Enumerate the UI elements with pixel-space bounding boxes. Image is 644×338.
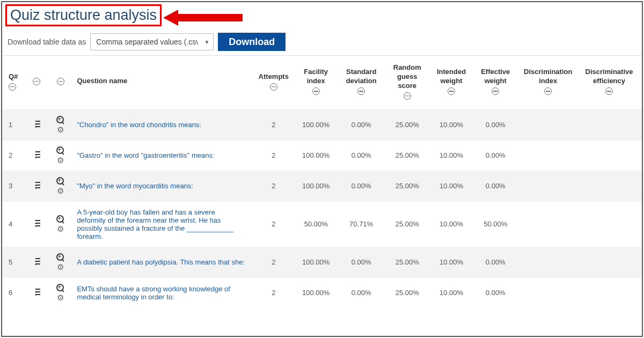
gear-icon[interactable]: ⚙	[57, 225, 64, 233]
cell-qnum: 6	[2, 277, 26, 308]
cell-attempts: 2	[253, 247, 295, 277]
collapse-icon[interactable]	[270, 83, 277, 91]
cell-effective: 0.00%	[473, 171, 517, 201]
cell-intended: 10.00%	[429, 109, 473, 140]
cell-facility: 100.00%	[295, 109, 338, 140]
cell-discrim-eff	[579, 109, 642, 140]
cell-effective: 0.00%	[473, 247, 517, 277]
col-header-actions[interactable]	[47, 56, 74, 109]
collapse-icon[interactable]	[404, 92, 411, 100]
cell-type-icon[interactable]	[26, 140, 47, 171]
list-icon	[32, 219, 41, 227]
cell-type-icon[interactable]	[26, 201, 47, 247]
question-link[interactable]: "Chondro" in the word chondritis means:	[77, 121, 201, 129]
list-icon	[32, 288, 41, 296]
col-header-stddev[interactable]: Standard deviation	[338, 56, 385, 109]
col-header-intended[interactable]: Intended weight	[429, 56, 473, 109]
gear-icon[interactable]: ⚙	[57, 157, 64, 164]
col-header-type[interactable]	[26, 56, 47, 109]
cell-question-name: "Gastro" in the word "gastroenteritis" m…	[74, 140, 252, 171]
cell-random: 25.00%	[385, 201, 429, 247]
gear-icon[interactable]: ⚙	[57, 187, 64, 195]
table-row: 5⚙A diabetic patient has polydipsia. Thi…	[2, 247, 642, 277]
cell-discrim-index	[517, 247, 579, 277]
cell-discrim-eff	[579, 277, 642, 308]
cell-intended: 10.00%	[429, 140, 473, 171]
download-toolbar: Download table data as Comma separated v…	[2, 31, 642, 56]
gear-icon[interactable]: ⚙	[57, 263, 64, 271]
preview-icon[interactable]	[57, 116, 64, 124]
cell-qnum: 2	[2, 140, 26, 171]
cell-action-icons: ⚙	[47, 140, 74, 171]
cell-random: 25.00%	[385, 171, 429, 201]
col-header-facility[interactable]: Facility index	[295, 56, 338, 109]
collapse-icon[interactable]	[312, 87, 320, 95]
preview-icon[interactable]	[57, 147, 64, 155]
question-link[interactable]: A 5-year-old boy has fallen and has a se…	[77, 208, 233, 240]
question-link[interactable]: "Gastro" in the word "gastroenteritis" m…	[77, 151, 214, 159]
collapse-icon[interactable]	[544, 87, 552, 95]
cell-qnum: 3	[2, 171, 26, 201]
format-select[interactable]: Comma separated values (.csv)	[90, 33, 214, 50]
col-header-attempts[interactable]: Attempts	[253, 56, 295, 109]
gear-icon[interactable]: ⚙	[57, 126, 64, 134]
cell-stddev: 0.00%	[338, 171, 385, 201]
col-header-random[interactable]: Random guess score	[385, 56, 429, 109]
col-header-effective[interactable]: Effective weight	[473, 56, 517, 109]
cell-facility: 100.00%	[295, 247, 338, 277]
cell-stddev: 0.00%	[338, 109, 385, 140]
collapse-icon[interactable]	[57, 78, 64, 85]
col-header-question-name[interactable]: Question name	[74, 56, 252, 109]
cell-random: 25.00%	[385, 109, 429, 140]
cell-stddev: 0.00%	[338, 277, 385, 308]
cell-type-icon[interactable]	[26, 277, 47, 308]
collapse-icon[interactable]	[33, 78, 40, 85]
table-row: 6⚙EMTs should have a strong working know…	[2, 277, 642, 308]
question-link[interactable]: EMTs should have a strong working knowle…	[77, 285, 230, 301]
cell-effective: 50.00%	[473, 201, 517, 247]
cell-intended: 10.00%	[429, 247, 473, 277]
cell-action-icons: ⚙	[47, 247, 74, 277]
cell-question-name: EMTs should have a strong working knowle…	[74, 277, 252, 308]
list-icon	[32, 181, 41, 189]
question-link[interactable]: "Myo" in the word myocarditis means:	[77, 182, 193, 190]
cell-intended: 10.00%	[429, 171, 473, 201]
cell-discrim-eff	[579, 201, 642, 247]
cell-facility: 100.00%	[295, 140, 338, 171]
cell-discrim-index	[517, 171, 579, 201]
cell-attempts: 2	[253, 171, 295, 201]
table-row: 4⚙A 5-year-old boy has fallen and has a …	[2, 201, 642, 247]
cell-effective: 0.00%	[473, 277, 517, 308]
col-header-discrim-index[interactable]: Discrimination index	[517, 56, 579, 109]
cell-action-icons: ⚙	[47, 109, 74, 140]
cell-random: 25.00%	[385, 247, 429, 277]
collapse-icon[interactable]	[357, 87, 365, 95]
cell-stddev: 70.71%	[338, 201, 385, 247]
cell-random: 25.00%	[385, 140, 429, 171]
col-header-discrim-eff[interactable]: Discriminative efficiency	[579, 56, 642, 109]
col-header-qnum[interactable]: Q#	[2, 56, 26, 109]
collapse-icon[interactable]	[448, 87, 455, 95]
cell-effective: 0.00%	[473, 109, 517, 140]
preview-icon[interactable]	[57, 178, 64, 185]
collapse-icon[interactable]	[9, 83, 16, 91]
cell-discrim-index	[517, 201, 579, 247]
collapse-icon[interactable]	[492, 87, 499, 95]
gear-icon[interactable]: ⚙	[57, 294, 64, 302]
cell-qnum: 4	[2, 201, 26, 247]
cell-type-icon[interactable]	[26, 109, 47, 140]
download-button[interactable]: Download	[218, 33, 286, 51]
list-icon	[32, 151, 41, 158]
cell-qnum: 1	[2, 109, 26, 140]
cell-type-icon[interactable]	[26, 171, 47, 201]
download-label: Download table data as	[8, 38, 86, 46]
collapse-icon[interactable]	[605, 87, 613, 95]
preview-icon[interactable]	[57, 216, 64, 223]
question-link[interactable]: A diabetic patient has polydipsia. This …	[77, 258, 245, 266]
preview-icon[interactable]	[57, 254, 64, 261]
cell-question-name: "Chondro" in the word chondritis means:	[74, 109, 252, 140]
cell-action-icons: ⚙	[47, 201, 74, 247]
preview-icon[interactable]	[57, 284, 64, 292]
cell-type-icon[interactable]	[26, 247, 47, 277]
cell-intended: 10.00%	[429, 201, 473, 247]
